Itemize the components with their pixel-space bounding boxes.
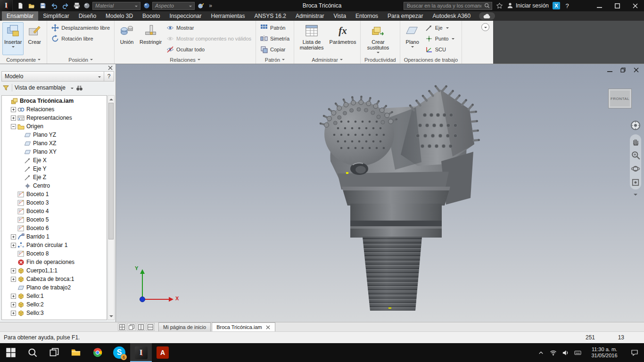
- wl-tile-h-button[interactable]: [146, 323, 155, 331]
- tree-item-fin-de-operaciones[interactable]: Fin de operaciones: [3, 258, 107, 266]
- help-search-input[interactable]: [406, 2, 482, 9]
- taskbar-clock[interactable]: 11:30 a. m. 31/05/2016: [584, 343, 625, 362]
- group-label-operaciones-de-trabajo[interactable]: Operaciones de trabajo: [401, 56, 461, 64]
- tree-item-boceto-4[interactable]: Boceto 4: [3, 207, 107, 215]
- expand-plus-icon[interactable]: [11, 302, 16, 307]
- button-crear[interactable]: Crear: [25, 22, 44, 55]
- button-desplazamiento-libre[interactable]: Desplazamiento libre: [50, 22, 112, 33]
- group-label-posici-n[interactable]: Posición: [48, 56, 113, 64]
- taskbar-app-chrome[interactable]: [87, 343, 108, 362]
- wl-grid-button[interactable]: [118, 323, 126, 331]
- tree-item-boceto-5[interactable]: Boceto 5: [3, 215, 107, 224]
- wl-cascade-button[interactable]: [127, 323, 136, 331]
- start-button[interactable]: [0, 343, 22, 362]
- taskbar-app-skype[interactable]: S6: [108, 343, 130, 362]
- task-view-button[interactable]: [43, 343, 65, 362]
- expand-plus-icon[interactable]: [11, 294, 16, 299]
- ribbon-tab-modelo-3d[interactable]: Modelo 3D: [101, 11, 138, 21]
- doc-restore-button[interactable]: [620, 67, 626, 73]
- sign-in-button[interactable]: Iniciar sesión: [507, 2, 549, 9]
- button-simetr-a[interactable]: Simetría: [258, 33, 291, 44]
- tree-item-cabeza-de-broca-1[interactable]: Cabeza de broca:1: [3, 275, 107, 283]
- appearance-ball-button[interactable]: [141, 1, 151, 10]
- redo-button[interactable]: [60, 1, 70, 10]
- group-label-patr-n[interactable]: Patrón: [257, 56, 293, 64]
- button-patr-n[interactable]: Patrón: [258, 22, 291, 33]
- tree-item-sello-2[interactable]: Sello:2: [3, 300, 107, 309]
- filter-icon[interactable]: [2, 84, 9, 91]
- button-par-metros[interactable]: fxParámetros: [328, 22, 358, 55]
- tree-item-cuerpo1-1-1[interactable]: Cuerpo1,1:1: [3, 266, 107, 275]
- material-dropdown[interactable]: Material: [92, 2, 140, 10]
- browser-help-button[interactable]: ?: [104, 71, 114, 82]
- ribbon-tab-dise-o[interactable]: Diseño: [74, 11, 101, 21]
- tree-item-eje-z[interactable]: Eje Z: [3, 173, 107, 181]
- adjust-appearance-button[interactable]: [196, 1, 206, 10]
- browser-title-dropdown[interactable]: Modelo: [1, 71, 104, 82]
- group-label-productividad[interactable]: Productividad: [362, 56, 399, 64]
- document-tab-broca-tric-nica-iam[interactable]: Broca Tricónica.iam: [212, 322, 275, 331]
- pan-icon[interactable]: [631, 137, 640, 146]
- navigation-wheel-icon[interactable]: [630, 120, 641, 131]
- tree-item-plano-xy[interactable]: Plano XY: [3, 148, 107, 156]
- tree-item-broca-tric-nica-iam[interactable]: Broca Tricónica.iam: [3, 97, 107, 105]
- tree-item-plano-xz[interactable]: Plano XZ: [3, 139, 107, 148]
- a360-cloud-button[interactable]: [479, 12, 495, 20]
- button-ocultar-todo[interactable]: Ocultar todo: [165, 44, 253, 55]
- ribbon-tab-simplificar[interactable]: Simplificar: [38, 11, 74, 21]
- tree-scrollbar[interactable]: [107, 95, 115, 320]
- button-rotaci-n-libre[interactable]: Rotación libre: [50, 33, 112, 44]
- button-restringir[interactable]: Restringir: [138, 22, 164, 55]
- tree-item-boceto-3[interactable]: Boceto 3: [3, 198, 107, 207]
- button-mostrar[interactable]: Mostrar: [165, 22, 253, 33]
- tree-item-relaciones[interactable]: Relaciones: [3, 105, 107, 114]
- ribbon-tab-autodesk-a360[interactable]: Autodesk A360: [428, 11, 475, 21]
- tree-item-eje-y[interactable]: Eje Y: [3, 165, 107, 173]
- tree-item-centro[interactable]: Centro: [3, 181, 107, 190]
- close-button[interactable]: [626, 0, 644, 11]
- more-commands-button[interactable]: »: [206, 1, 215, 10]
- group-label-relaciones[interactable]: Relaciones: [116, 56, 255, 64]
- expand-plus-icon[interactable]: [11, 243, 16, 248]
- scroll-down-button[interactable]: [108, 313, 114, 319]
- ribbon-collapse-button[interactable]: [481, 23, 489, 31]
- browser-panel-grip[interactable]: [0, 64, 116, 71]
- group-label-administrar[interactable]: Administrar: [295, 56, 359, 64]
- doc-close-button[interactable]: [633, 67, 639, 73]
- search-button[interactable]: [22, 343, 43, 362]
- maximize-button[interactable]: [608, 0, 626, 11]
- document-tab-mi-p-gina-de-inicio[interactable]: Mi página de inicio: [158, 322, 211, 331]
- button-copiar[interactable]: Copiar: [258, 44, 291, 55]
- ribbon-tab-vista[interactable]: Vista: [329, 11, 351, 21]
- new-document-button[interactable]: [15, 1, 25, 10]
- taskbar-app-acrobat[interactable]: A: [152, 343, 173, 362]
- find-binoculars-icon[interactable]: [76, 84, 83, 91]
- button-plano[interactable]: Plano: [403, 22, 422, 55]
- ribbon-tab-inspeccionar[interactable]: Inspeccionar: [165, 11, 206, 21]
- look-at-icon[interactable]: [631, 178, 640, 187]
- tree-item-boceto-8[interactable]: Boceto 8: [3, 249, 107, 258]
- doc-minimize-button[interactable]: [607, 67, 613, 73]
- expand-plus-icon[interactable]: [11, 311, 16, 316]
- button-scu[interactable]: SCU: [423, 44, 457, 55]
- ribbon-tab-entornos[interactable]: Entornos: [351, 11, 383, 21]
- tree-item-representaciones[interactable]: Representaciones: [3, 114, 107, 122]
- ribbon-tab-herramientas[interactable]: Herramientas: [206, 11, 250, 21]
- wl-tile-v-button[interactable]: [137, 323, 145, 331]
- exchange-apps-icon[interactable]: X: [553, 2, 560, 9]
- expand-plus-icon[interactable]: [11, 268, 16, 273]
- help-search-box[interactable]: [404, 2, 492, 10]
- view-selector-label[interactable]: Vista de ensamblaje: [15, 84, 66, 91]
- chevron-down-icon[interactable]: [71, 88, 74, 90]
- 3d-viewport[interactable]: FRONTAL X Y: [116, 64, 644, 322]
- save-button[interactable]: [38, 1, 48, 10]
- print-button[interactable]: [72, 1, 82, 10]
- scrollbar-thumb[interactable]: [108, 103, 114, 239]
- tree-item-sello-3[interactable]: Sello:3: [3, 309, 107, 317]
- tree-item-boceto-1[interactable]: Boceto 1: [3, 190, 107, 198]
- button-punto[interactable]: Punto: [423, 33, 457, 44]
- taskbar-app-file-explorer[interactable]: [65, 343, 87, 362]
- help-icon[interactable]: ?: [564, 2, 570, 9]
- tray-chevron-up-button[interactable]: [535, 343, 547, 362]
- button-eje[interactable]: Eje: [423, 22, 457, 33]
